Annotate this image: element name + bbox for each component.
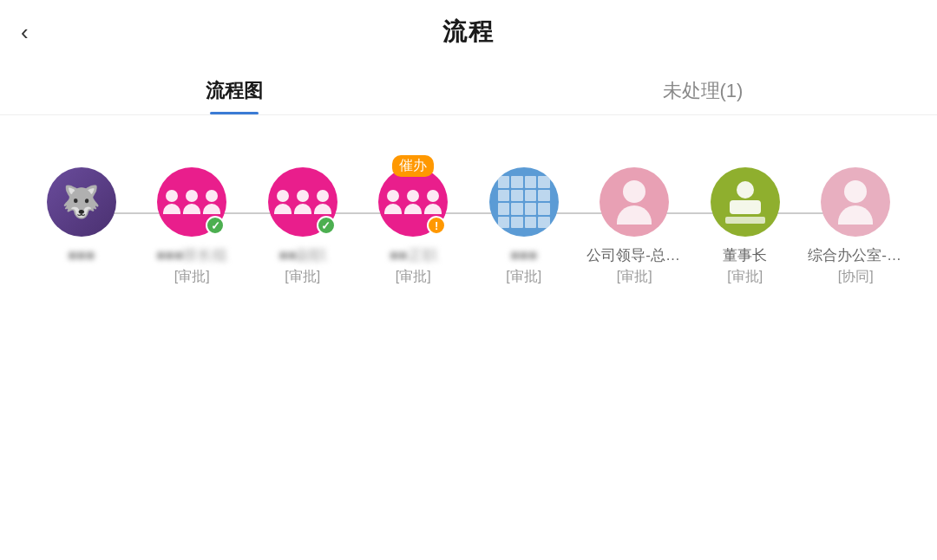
node-name-deputy: ■■副职 [278, 245, 326, 266]
avatar-wrap-deputy: ✓ [268, 167, 337, 237]
cuiban-label: 催办 [392, 155, 434, 177]
node-name-company-leader: 公司领导-总经理 [586, 245, 682, 266]
avatar-office [821, 167, 890, 237]
tab-pending[interactable]: 未处理(1) [468, 64, 937, 114]
node-role-board-chair: [审批] [727, 268, 763, 286]
badge-class-leader: ✓ [206, 216, 225, 235]
avatar-company-leader [600, 167, 669, 237]
node-name-current: ■■■ [510, 245, 537, 266]
node-role-company-leader: [审批] [617, 268, 652, 286]
badge-deputy: ✓ [317, 216, 336, 235]
flow-node-company-leader: 公司领导-总经理 [审批] [580, 167, 691, 286]
node-role-class-leader: [审批] [174, 268, 210, 286]
badge-regular: ! [427, 216, 446, 235]
flow-node-initiator: 🐺 ■■■ [26, 167, 137, 268]
flow-container: 🐺 ■■■ [17, 167, 920, 286]
avatar-wrap-board-chair [711, 167, 780, 237]
avatar-wrap-class-leader: ✓ [157, 167, 226, 237]
avatar-wrap-office [821, 167, 890, 237]
avatar-wrap-current [489, 167, 559, 237]
people-icon-class-leader [163, 190, 220, 214]
people-icon-deputy [274, 190, 331, 214]
flow-area: 🐺 ■■■ [0, 115, 937, 303]
flow-node-class-leader: ✓ ■■■班长组 [审批] [137, 167, 248, 286]
flow-node-regular: 催办 [358, 167, 469, 286]
flow-node-current: ■■■ [审批] [468, 167, 580, 286]
node-name-board-chair: 董事长 [723, 245, 767, 266]
avatar-initiator: 🐺 [47, 167, 116, 237]
tab-flowchart[interactable]: 流程图 [0, 64, 468, 114]
desk-icon-board-chair [725, 181, 765, 224]
node-role-office: [协同] [838, 268, 874, 286]
single-person-office [838, 180, 873, 225]
avatar-wrap-initiator: 🐺 [47, 167, 116, 237]
node-name-class-leader: ■■■班长组 [156, 245, 227, 266]
node-role-deputy: [审批] [285, 268, 320, 286]
node-name-regular: ■■正职 [390, 245, 437, 266]
avatar-board-chair [711, 167, 780, 237]
flow-node-deputy: ✓ ■■副职 [审批] [247, 167, 358, 286]
node-role-current: [审批] [506, 268, 541, 286]
people-icon-regular [384, 190, 442, 214]
single-person-company-leader [617, 180, 652, 225]
mosaic-grid [498, 176, 550, 228]
avatar-wrap-regular: 催办 [378, 167, 448, 237]
flow-node-board-chair: 董事长 [审批] [690, 167, 801, 286]
avatar-current [489, 167, 559, 237]
node-name-initiator: ■■■ [68, 245, 95, 266]
page-title: 流程 [442, 16, 495, 49]
node-name-office: 综合办公室-部门负责人 [808, 245, 903, 266]
flow-node-office: 综合办公室-部门负责人 [协同] [801, 167, 912, 286]
header: ‹ 流程 [0, 0, 937, 57]
node-role-regular: [审批] [396, 268, 431, 286]
back-button[interactable]: ‹ [21, 19, 29, 46]
avatar-wrap-company-leader [600, 167, 669, 237]
tabs-bar: 流程图 未处理(1) [0, 64, 937, 115]
